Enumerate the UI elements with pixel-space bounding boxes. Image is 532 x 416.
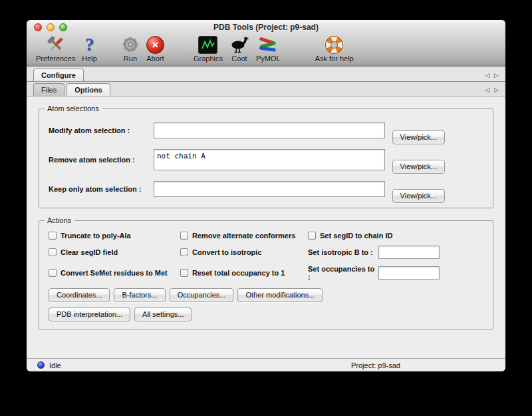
checkbox-box-icon	[49, 232, 57, 240]
group-title: Actions	[45, 216, 74, 224]
close-button[interactable]	[34, 23, 42, 31]
actions-grid: Truncate to poly-Ala Remove alternate co…	[49, 232, 483, 281]
all-settings-button[interactable]: All settings...	[134, 308, 192, 321]
view-pick-button[interactable]: View/pick...	[392, 130, 445, 144]
tab-scroll-left-icon[interactable]: ◁	[485, 72, 489, 79]
minimize-button[interactable]	[47, 23, 55, 31]
keep-only-atom-selection-row: Keep only atom selection : View/pick...	[49, 181, 445, 197]
status-bar: Idle Project: p9-sad	[27, 358, 505, 371]
tab-configure[interactable]: Configure	[33, 69, 84, 81]
toolbar-item-run[interactable]: Run	[121, 35, 140, 63]
checkbox-box-icon	[180, 269, 188, 277]
checkbox-box-icon	[308, 232, 316, 240]
configure-tab-bar: Configure ◁ ▷	[27, 67, 505, 82]
checkbox-set-segid-to-chain-id[interactable]: Set segID to chain ID	[308, 232, 483, 240]
modify-atom-selection-input[interactable]	[154, 122, 385, 138]
toolbar: Preferences ? Help Run	[27, 35, 505, 67]
status-indicator-icon	[37, 361, 45, 369]
toolbar-item-preferences[interactable]: Preferences	[36, 35, 75, 63]
set-occupancies-input[interactable]	[378, 266, 440, 280]
view-pick-button[interactable]: View/pick...	[392, 189, 445, 203]
checkbox-box-icon	[49, 269, 57, 277]
tab-scroll-right-icon[interactable]: ▷	[494, 72, 499, 79]
titlebar[interactable]: PDB Tools (Project: p9-sad)	[27, 20, 505, 35]
atom-selections-group: Atom selections Modify atom selection : …	[39, 108, 493, 208]
traffic-lights	[34, 23, 67, 31]
field-label: Remove atom selection :	[49, 156, 154, 164]
toolbar-item-label: Graphics	[194, 55, 223, 63]
checkbox-remove-alternate-conformers[interactable]: Remove alternate conformers	[180, 232, 308, 240]
field-label: Set occupancies to :	[308, 265, 378, 281]
toolbar-item-label: Ask for help	[315, 55, 354, 63]
gear-icon	[121, 35, 140, 55]
checkbox-label: Remove alternate conformers	[192, 232, 295, 240]
toolbar-item-label: Run	[124, 55, 137, 63]
other-modifications-button[interactable]: Other modifications...	[237, 288, 323, 302]
view-pick-button[interactable]: View/pick...	[392, 160, 445, 174]
tab-label: Options	[74, 86, 102, 94]
group-title: Atom selections	[45, 104, 102, 112]
tab-label: Configure	[41, 71, 76, 79]
tab-scroll-right-icon[interactable]: ▷	[494, 87, 499, 93]
pymol-ribbon-icon	[258, 35, 278, 55]
checkbox-convert-semet-residues-to-met[interactable]: Convert SeMet residues to Met	[49, 269, 180, 277]
toolbar-item-label: Help	[82, 55, 97, 63]
toolbar-item-label: PyMOL	[256, 55, 281, 63]
tab-options[interactable]: Options	[66, 83, 110, 96]
tab-scroll-left-icon[interactable]: ◁	[485, 87, 489, 93]
actions-group: Actions Truncate to poly-Ala Remove alte…	[39, 220, 493, 329]
question-mark-icon: ?	[85, 35, 94, 55]
files-options-tab-bar: Files Options ◁ ▷	[27, 82, 505, 97]
tab-scroll-arrows: ◁ ▷	[485, 72, 499, 79]
modification-buttons-row: Coordinates... B-factors... Occupancies.…	[49, 288, 483, 302]
tab-scroll-arrows: ◁ ▷	[485, 87, 499, 93]
checkbox-convert-to-isotropic[interactable]: Convert to isotropic	[180, 248, 308, 256]
set-isotropic-b-field: Set isotropic B to :	[308, 246, 483, 259]
toolbar-item-label: Abort	[146, 55, 164, 63]
set-occupancies-field: Set occupancies to :	[308, 265, 483, 281]
tab-files[interactable]: Files	[33, 83, 65, 96]
keep-only-atom-selection-input[interactable]	[154, 181, 385, 197]
toolbar-item-pymol[interactable]: PyMOL	[256, 35, 281, 63]
coordinates-button[interactable]: Coordinates...	[49, 288, 110, 302]
status-text: Idle	[49, 361, 61, 369]
field-label: Modify atom selection :	[49, 126, 154, 134]
checkbox-label: Reset total occupancy to 1	[192, 269, 285, 277]
project-label: Project: p9-sad	[351, 361, 400, 369]
toolbar-item-label: Preferences	[36, 55, 75, 63]
checkbox-box-icon	[180, 248, 188, 256]
pdb-interpretation-button[interactable]: PDB interpretation...	[49, 308, 130, 321]
checkbox-label: Convert to isotropic	[192, 248, 262, 256]
checkbox-clear-segid-field[interactable]: Clear segID field	[49, 248, 180, 256]
toolbar-item-help[interactable]: ? Help	[82, 35, 97, 63]
settings-buttons-row: PDB interpretation... All settings...	[49, 308, 483, 321]
occupancies-button[interactable]: Occupancies...	[170, 288, 234, 302]
checkbox-box-icon	[180, 232, 188, 240]
remove-atom-selection-row: Remove atom selection : not chain A View…	[49, 149, 445, 170]
remove-atom-selection-input[interactable]: not chain A	[154, 149, 385, 170]
toolbar-item-abort[interactable]: × Abort	[146, 35, 164, 63]
field-label: Set isotropic B to :	[308, 248, 378, 256]
zoom-button[interactable]	[59, 23, 67, 31]
checkbox-label: Set segID to chain ID	[320, 232, 392, 240]
checkbox-label: Truncate to poly-Ala	[61, 232, 131, 240]
checkbox-reset-total-occupancy-to-1[interactable]: Reset total occupancy to 1	[180, 269, 308, 277]
checkbox-label: Convert SeMet residues to Met	[61, 269, 168, 277]
tools-icon	[46, 35, 66, 55]
window-title: PDB Tools (Project: p9-sad)	[27, 20, 505, 35]
pdb-tools-window: PDB Tools (Project: p9-sad)	[27, 20, 505, 371]
window-header: PDB Tools (Project: p9-sad)	[27, 20, 505, 67]
graphics-screen-icon	[198, 35, 217, 55]
toolbar-item-ask-for-help[interactable]: Ask for help	[315, 35, 354, 63]
b-factors-button[interactable]: B-factors...	[114, 288, 165, 302]
checkbox-box-icon	[49, 248, 57, 256]
toolbar-item-label: Coot	[231, 55, 247, 63]
set-isotropic-b-input[interactable]	[378, 246, 440, 259]
lifebuoy-icon	[325, 35, 343, 55]
desktop-background: PDB Tools (Project: p9-sad)	[0, 0, 532, 416]
toolbar-item-graphics[interactable]: Graphics	[194, 35, 223, 63]
toolbar-item-coot[interactable]: Coot	[229, 35, 249, 63]
coot-bird-icon	[229, 35, 249, 55]
abort-x-icon: ×	[146, 35, 164, 55]
checkbox-truncate-to-poly-ala[interactable]: Truncate to poly-Ala	[49, 232, 180, 240]
